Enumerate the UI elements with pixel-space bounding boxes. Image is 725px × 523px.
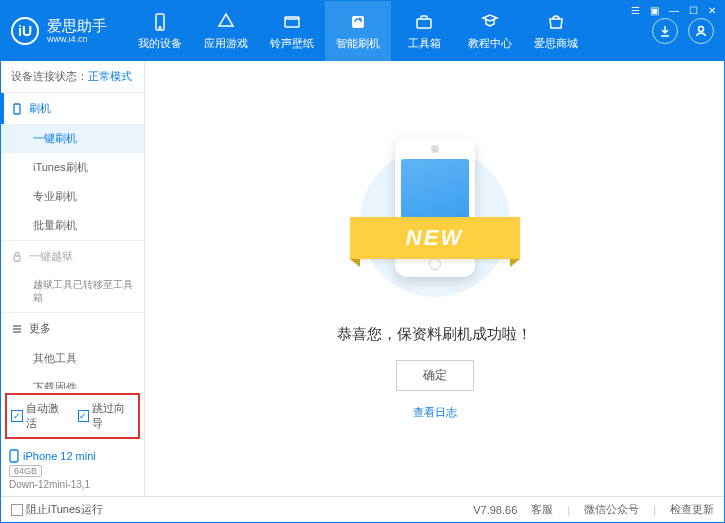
flash-icon: [348, 12, 368, 32]
logo: iU 爱思助手 www.i4.cn: [11, 17, 107, 45]
status-mode: 正常模式: [88, 70, 132, 82]
svg-rect-8: [10, 450, 18, 462]
menu-icon[interactable]: ☰: [629, 5, 642, 16]
check-update-link[interactable]: 检查更新: [670, 502, 714, 517]
svg-rect-7: [14, 256, 20, 261]
list-icon: [11, 323, 23, 335]
sub-other-tools[interactable]: 其他工具: [1, 344, 144, 373]
header-right: [652, 18, 714, 44]
minimize-icon[interactable]: —: [667, 5, 681, 16]
nav-toolbox[interactable]: 工具箱: [391, 1, 457, 61]
system-controls: ☰ ▣ — ☐ ✕: [629, 5, 718, 16]
sidebar-jailbreak[interactable]: 一键越狱: [1, 241, 144, 272]
app-url: www.i4.cn: [47, 34, 107, 44]
option-checks: ✓自动激活 ✓跳过向导: [5, 393, 140, 439]
phone-icon: [9, 449, 19, 463]
new-ribbon: NEW: [350, 217, 520, 259]
sidebar: 设备连接状态：正常模式 刷机 一键刷机 iTunes刷机 专业刷机 批量刷机: [1, 61, 145, 496]
check-auto-activate[interactable]: ✓自动激活: [11, 401, 68, 431]
svg-rect-3: [352, 16, 364, 28]
view-log-link[interactable]: 查看日志: [413, 405, 457, 420]
device-name: iPhone 12 mini: [23, 450, 96, 462]
nav-my-device[interactable]: 我的设备: [127, 1, 193, 61]
jailbreak-note: 越狱工具已转移至工具箱: [1, 272, 144, 312]
device-info[interactable]: iPhone 12 mini 64GB Down-12mini-13,1: [1, 443, 144, 496]
svg-rect-6: [14, 104, 20, 114]
toolbox-icon: [414, 12, 434, 32]
phone-icon: [11, 103, 23, 115]
nav-tutorials[interactable]: 教程中心: [457, 1, 523, 61]
check-block-itunes[interactable]: ✓阻止iTunes运行: [11, 502, 103, 517]
app-name: 爱思助手: [47, 18, 107, 35]
sub-download-firmware[interactable]: 下载固件: [1, 373, 144, 389]
logo-icon: iU: [11, 17, 39, 45]
sub-one-click-flash[interactable]: 一键刷机: [1, 124, 144, 153]
customer-service-link[interactable]: 客服: [531, 502, 553, 517]
success-message: 恭喜您，保资料刷机成功啦！: [337, 325, 532, 344]
sidebar-more[interactable]: 更多: [1, 313, 144, 344]
sidebar-flash[interactable]: 刷机: [1, 93, 144, 124]
svg-point-1: [159, 26, 161, 28]
ok-button[interactable]: 确定: [396, 360, 474, 391]
device-storage: 64GB: [9, 465, 42, 477]
nav-ringtones[interactable]: 铃声壁纸: [259, 1, 325, 61]
nav-smart-flash[interactable]: 智能刷机: [325, 1, 391, 61]
close-icon[interactable]: ✕: [706, 5, 718, 16]
skin-icon[interactable]: ▣: [648, 5, 661, 16]
header: ☰ ▣ — ☐ ✕ iU 爱思助手 www.i4.cn 我的设备 应用游戏: [1, 1, 724, 61]
tutorial-icon: [480, 12, 500, 32]
device-sub: Down-12mini-13,1: [9, 479, 136, 490]
maximize-icon[interactable]: ☐: [687, 5, 700, 16]
nav-store[interactable]: 爱思商城: [523, 1, 589, 61]
body: 设备连接状态：正常模式 刷机 一键刷机 iTunes刷机 专业刷机 批量刷机: [1, 61, 724, 496]
svg-point-5: [699, 27, 704, 32]
main-content: NEW 恭喜您，保资料刷机成功啦！ 确定 查看日志: [145, 61, 724, 496]
wechat-link[interactable]: 微信公众号: [584, 502, 639, 517]
download-button[interactable]: [652, 18, 678, 44]
connection-status: 设备连接状态：正常模式: [1, 61, 144, 93]
apps-icon: [216, 12, 236, 32]
wallpaper-icon: [282, 12, 302, 32]
sub-pro-flash[interactable]: 专业刷机: [1, 182, 144, 211]
success-illustration: NEW: [360, 137, 510, 307]
user-button[interactable]: [688, 18, 714, 44]
store-icon: [546, 12, 566, 32]
svg-rect-4: [417, 19, 431, 28]
sub-batch-flash[interactable]: 批量刷机: [1, 211, 144, 240]
version-label: V7.98.66: [473, 504, 517, 516]
footer: ✓阻止iTunes运行 V7.98.66 客服 | 微信公众号 | 检查更新: [1, 496, 724, 522]
top-nav: 我的设备 应用游戏 铃声壁纸 智能刷机 工具箱 教程中心: [127, 1, 589, 61]
check-skip-guide[interactable]: ✓跳过向导: [78, 401, 135, 431]
sub-itunes-flash[interactable]: iTunes刷机: [1, 153, 144, 182]
device-icon: [150, 12, 170, 32]
app-window: ☰ ▣ — ☐ ✕ iU 爱思助手 www.i4.cn 我的设备 应用游戏: [0, 0, 725, 523]
nav-apps-games[interactable]: 应用游戏: [193, 1, 259, 61]
lock-icon: [11, 251, 23, 263]
